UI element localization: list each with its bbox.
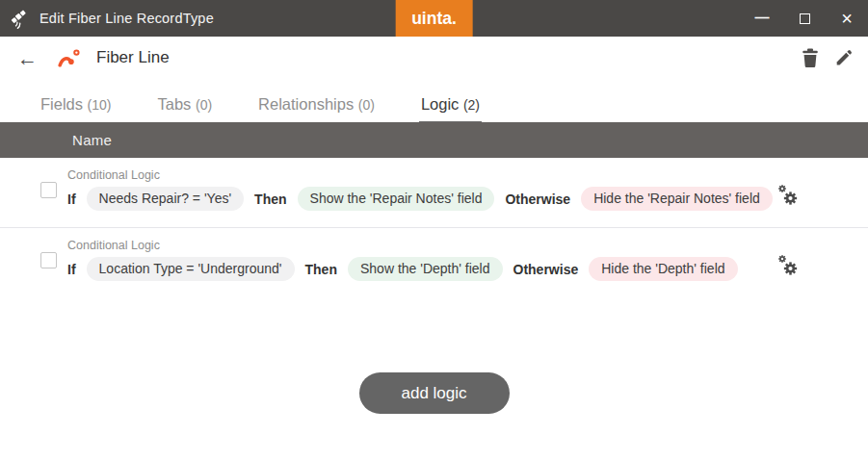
condition-badge: Location Type = 'Underground' bbox=[87, 257, 295, 281]
logic-sentence: If Location Type = 'Underground' Then Sh… bbox=[67, 257, 868, 281]
toolbar-actions bbox=[802, 48, 868, 67]
record-toolbar: ← Fiber Line bbox=[0, 37, 868, 79]
logic-sentence: If Needs Repair? = 'Yes' Then Show the '… bbox=[67, 187, 868, 211]
name-column-header: Name bbox=[72, 132, 112, 148]
logic-type-label: Conditional Logic bbox=[67, 228, 868, 252]
close-button[interactable]: × bbox=[826, 0, 868, 37]
trash-icon bbox=[802, 48, 819, 67]
gears-icon bbox=[776, 183, 801, 208]
tab-relationships[interactable]: Relationships (0) bbox=[256, 95, 377, 122]
record-type-tabs: Fields (10) Tabs (0) Relationships (0) L… bbox=[0, 79, 868, 122]
window-title: Edit Fiber Line RecordType bbox=[39, 11, 214, 26]
gears-icon bbox=[776, 253, 801, 278]
window-titlebar: Edit Fiber Line RecordType uinta. — × bbox=[0, 0, 868, 37]
pencil-icon bbox=[834, 48, 854, 67]
otherwise-action-badge: Hide the 'Repair Notes' field bbox=[581, 187, 773, 211]
window-controls: — × bbox=[741, 0, 868, 37]
then-action-badge: Show the 'Depth' field bbox=[348, 257, 503, 281]
tab-logic[interactable]: Logic (2) bbox=[419, 95, 482, 122]
otherwise-keyword: Otherwise bbox=[505, 192, 570, 207]
if-keyword: If bbox=[67, 262, 76, 277]
logic-row: Conditional Logic If Needs Repair? = 'Ye… bbox=[0, 158, 868, 228]
back-button[interactable]: ← bbox=[17, 48, 38, 68]
then-keyword: Then bbox=[305, 262, 337, 277]
then-keyword: Then bbox=[254, 192, 286, 207]
row-checkbox[interactable] bbox=[40, 252, 57, 268]
maximize-button[interactable] bbox=[783, 0, 826, 37]
fiber-line-geometry-icon bbox=[56, 46, 82, 70]
add-logic-button[interactable]: add logic bbox=[359, 372, 510, 414]
then-action-badge: Show the 'Repair Notes' field bbox=[298, 187, 495, 211]
delete-button[interactable] bbox=[802, 48, 819, 67]
if-keyword: If bbox=[67, 192, 76, 207]
edit-button[interactable] bbox=[834, 48, 854, 67]
brand-logo: uinta. bbox=[395, 0, 473, 37]
logic-row: Conditional Logic If Location Type = 'Un… bbox=[0, 228, 868, 298]
tab-fields[interactable]: Fields (10) bbox=[39, 95, 114, 122]
condition-badge: Needs Repair? = 'Yes' bbox=[87, 187, 245, 211]
satellite-icon bbox=[9, 9, 29, 29]
page-title: Fiber Line bbox=[96, 48, 170, 67]
row-settings-button[interactable] bbox=[776, 183, 801, 212]
row-settings-button[interactable] bbox=[776, 253, 801, 282]
maximize-icon bbox=[800, 13, 810, 24]
tab-tabs[interactable]: Tabs (0) bbox=[156, 95, 215, 122]
otherwise-keyword: Otherwise bbox=[513, 262, 579, 277]
logic-type-label: Conditional Logic bbox=[67, 158, 868, 182]
logic-table-header: Name bbox=[0, 122, 868, 158]
row-checkbox[interactable] bbox=[40, 182, 57, 198]
otherwise-action-badge: Hide the 'Depth' field bbox=[589, 257, 737, 281]
minimize-button[interactable]: — bbox=[741, 0, 783, 37]
